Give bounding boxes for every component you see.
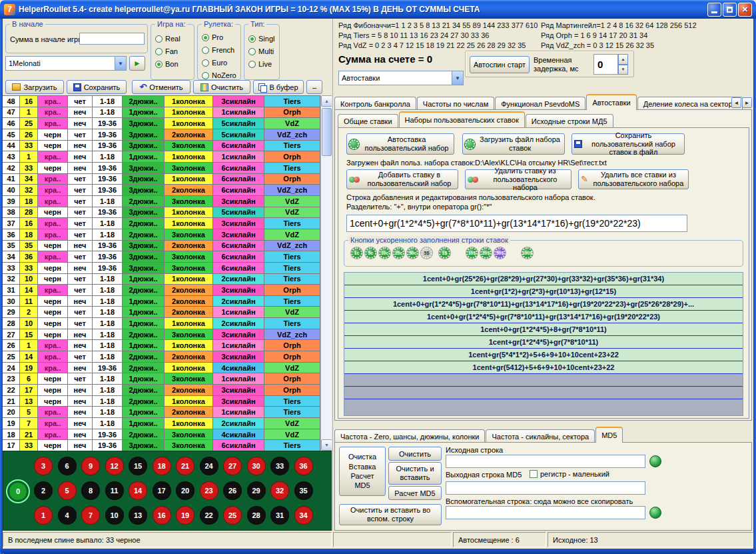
radio-live[interactable]: Live: [248, 59, 274, 69]
bottom-tab-2[interactable]: MD5: [595, 427, 623, 443]
sub-tab-1[interactable]: Наборы пользовательских ставок: [399, 111, 525, 127]
board-number-10[interactable]: 10: [105, 506, 124, 525]
history-row[interactable]: 1821кра..неч19-362дюжи..3колонка4сиклайн…: [3, 429, 320, 441]
chip-10c[interactable]: 10c: [379, 247, 390, 259]
md5-source-input[interactable]: [446, 455, 645, 468]
md5-source-action-button[interactable]: [649, 455, 661, 467]
play-button[interactable]: ►: [129, 56, 145, 71]
bet-string-input[interactable]: 1cent+0+gr(1*2*4*5)+gr(7*8*10*11)+gr(13*…: [346, 215, 687, 232]
chevron-down-icon[interactable]: ▼: [115, 57, 126, 70]
register-checkbox-row[interactable]: регистр - маленький: [530, 470, 609, 478]
board-number-24[interactable]: 24: [200, 457, 218, 475]
radio-real[interactable]: Real: [155, 33, 181, 44]
history-row[interactable]: 3011черннеч1-181дюжи..2колонка2сиклайнTi…: [3, 296, 320, 307]
history-row[interactable]: 2514кра..чет1-182дюжи..2колонка3сиклайнO…: [3, 351, 320, 363]
chip-5$[interactable]: 5$: [421, 247, 432, 259]
start-sum-input[interactable]: [79, 33, 145, 45]
board-number-1[interactable]: 1: [34, 506, 53, 525]
history-row[interactable]: 3114кра..чет1-182дюжи..2колонка3сиклайнO…: [3, 285, 320, 296]
main-tab-4[interactable]: Деление колеса на сектора: [637, 97, 743, 110]
board-number-12[interactable]: 12: [105, 457, 124, 475]
chip-100$[interactable]: 100$: [522, 247, 533, 259]
board-number-9[interactable]: 9: [81, 457, 100, 475]
md5-clear-button[interactable]: Очистить: [388, 447, 442, 461]
bet-list-item[interactable]: 1cent+0+gr(1*2*4*5)+gr(7*8*10*11)+gr(13*…: [344, 311, 743, 323]
history-row[interactable]: 3828чернчет19-363дюжи..1колонка5сиклайнV…: [3, 207, 320, 219]
board-number-5[interactable]: 5: [58, 481, 77, 500]
board-number-27[interactable]: 27: [223, 457, 242, 475]
board-number-22[interactable]: 22: [200, 506, 218, 525]
scrollbar-thumb[interactable]: [322, 108, 332, 156]
close-button[interactable]: ✕: [738, 3, 752, 17]
board-number-4[interactable]: 4: [58, 506, 77, 525]
board-number-7[interactable]: 7: [81, 506, 100, 525]
md5-clear-paste-aux-button[interactable]: Очистить и вставить во вспом. строку: [339, 504, 442, 525]
board-number-26[interactable]: 26: [223, 481, 242, 500]
history-row[interactable]: 3210чернчет1-181дюжи..1колонка2сиклайнTi…: [3, 274, 320, 285]
history-row[interactable]: 236чернчет1-181дюжи..3колонка1сиклайнOrp…: [3, 373, 320, 385]
board-number-16[interactable]: 16: [153, 506, 171, 525]
history-row[interactable]: 205кра..неч1-181дюжи..2колонка1сиклайнTi…: [3, 407, 320, 418]
chip-10$[interactable]: 10$: [466, 247, 478, 259]
board-number-21[interactable]: 21: [176, 457, 194, 475]
bet-list-item[interactable]: 1cent+gr(5*4*1*2)+5+6+9+10+10cent+23+22: [344, 349, 743, 361]
board-number-32[interactable]: 32: [270, 481, 289, 500]
history-row[interactable]: 2217черннеч1-182дюжи..2колонка3сиклайнOr…: [3, 385, 320, 396]
remove-bet-button[interactable]: Удалить ставку из пользовательского набо…: [465, 169, 571, 189]
board-number-36[interactable]: 36: [294, 457, 313, 475]
board-number-2[interactable]: 2: [34, 481, 53, 500]
bet-list-item[interactable]: 1cent+gr(1*2*4*5)+gr(7*8*10*11): [344, 336, 743, 349]
history-row[interactable]: 292чернчет1-181дюжи..2колонка1сиклайнVdZ: [3, 307, 320, 318]
bottom-tab-1[interactable]: Частота - сиклайны, сектора: [486, 429, 595, 443]
sub-tab-2[interactable]: Исходные строки МД5: [526, 114, 613, 127]
add-bet-button[interactable]: Добавить ставку в пользовательский набор: [346, 169, 458, 189]
board-number-28[interactable]: 28: [247, 506, 266, 525]
history-row[interactable]: 3333черннеч19-363дюжи..3колонка6сиклайнT…: [3, 263, 320, 274]
chip-25c[interactable]: 25c: [393, 247, 404, 259]
remove-all-bets-button[interactable]: ✎Удалить все ставки из пользовательского…: [578, 169, 689, 189]
board-number-3[interactable]: 3: [34, 457, 53, 475]
history-scrollbar[interactable]: ▲ ▼: [320, 95, 332, 451]
radio-bon[interactable]: Bon: [155, 59, 181, 69]
load-button[interactable]: Загрузить: [5, 80, 64, 94]
undo-button[interactable]: ↶Отменить: [132, 80, 190, 94]
board-number-19[interactable]: 19: [176, 506, 194, 525]
minimize-button[interactable]: [707, 3, 721, 17]
radio-multi[interactable]: Multi: [248, 46, 274, 57]
title-bar[interactable]: 7 HelperRoullet 5.4- create helperroulle…: [0, 0, 756, 19]
md5-aux-action-button[interactable]: [649, 507, 661, 519]
history-row[interactable]: 4233черннеч19-363дюжи..3колонка6сиклайнT…: [3, 163, 320, 174]
board-number-17[interactable]: 17: [153, 481, 171, 500]
radio-french[interactable]: French: [202, 45, 236, 55]
history-row[interactable]: 4625кра..неч19-363дюжи..1колонка5сиклайн…: [3, 118, 320, 129]
save-button[interactable]: Сохранить: [67, 80, 127, 94]
bet-list-item[interactable]: 1cent+0+gr(1*2*4*5)+8+gr(7*8*10*11): [344, 323, 743, 336]
autostake-user-set-button[interactable]: Автоставка пользовательский набор: [346, 133, 454, 155]
collapse-button[interactable]: –: [306, 80, 322, 94]
board-number-29[interactable]: 29: [247, 481, 266, 500]
chip-20$[interactable]: 20$: [480, 247, 492, 259]
chip-1$[interactable]: 1$: [439, 247, 450, 259]
maximize-button[interactable]: [723, 3, 737, 17]
chip-50$[interactable]: 50$: [494, 247, 506, 259]
board-number-8[interactable]: 8: [81, 481, 100, 500]
history-row[interactable]: 2113черннеч1-182дюжи..1колонка3сиклайнTi…: [3, 396, 320, 407]
board-number-15[interactable]: 15: [129, 457, 147, 475]
board-number-33[interactable]: 33: [270, 457, 289, 475]
board-number-34[interactable]: 34: [294, 506, 313, 525]
bet-list-item[interactable]: 1cent+0+gr(1*2*4*5)+gr(7*8*10*11)+gr(13*…: [344, 298, 743, 311]
spinner-down-icon[interactable]: ▼: [618, 65, 628, 75]
chevron-down-icon[interactable]: ▼: [452, 71, 463, 85]
checkbox-icon[interactable]: [530, 470, 538, 478]
mode-combobox[interactable]: Автоставки ▼: [338, 71, 464, 85]
board-number-0[interactable]: 0: [9, 482, 27, 501]
main-tab-2[interactable]: Функционал PsevdoMS: [495, 97, 585, 110]
sub-tab-0[interactable]: Общие ставки: [338, 114, 398, 127]
board-number-11[interactable]: 11: [105, 481, 124, 500]
bet-list-item[interactable]: 1cent+gr(1*2)+gr(2*3)+gr(10*13)+gr(12*15…: [344, 285, 743, 298]
board-number-31[interactable]: 31: [270, 506, 289, 525]
history-row[interactable]: 3618кра..чет1-182дюжи..3колонка3сиклайнV…: [3, 229, 320, 241]
board-number-6[interactable]: 6: [58, 457, 77, 475]
board-number-23[interactable]: 23: [200, 481, 218, 500]
radio-euro[interactable]: Euro: [202, 57, 236, 68]
